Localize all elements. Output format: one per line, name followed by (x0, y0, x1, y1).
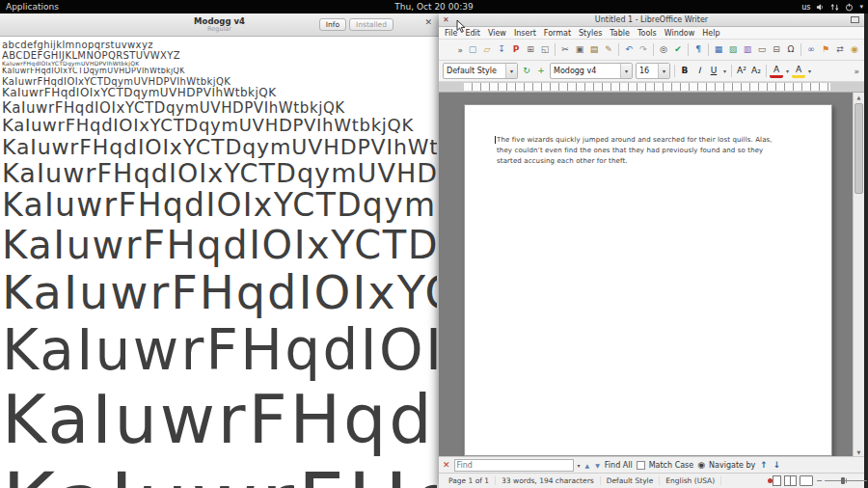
close-window-icon[interactable]: ✕ (439, 15, 453, 24)
font-color-dropdown-icon[interactable]: ▾ (784, 68, 791, 74)
vertical-scrollbar[interactable]: ▲ ▼ (853, 93, 864, 456)
underline-dropdown-icon[interactable]: ▾ (721, 68, 728, 74)
menu-window[interactable]: Window (661, 29, 699, 38)
save-icon[interactable]: ↧ (495, 43, 508, 57)
subscript-button[interactable]: A₂ (749, 65, 763, 78)
restore-window-icon[interactable] (851, 16, 859, 23)
multi-page-view-icon[interactable] (784, 475, 797, 486)
page-number-status[interactable]: Page 1 of 1 (443, 476, 496, 485)
highlight-color-button[interactable]: A (792, 65, 805, 78)
volume-icon[interactable] (816, 3, 825, 12)
menu-file[interactable]: File (441, 29, 461, 38)
applications-menu[interactable]: Applications (0, 2, 65, 12)
menu-format[interactable]: Format (540, 29, 575, 38)
dropdown-arrow-icon[interactable]: ▾ (658, 64, 669, 78)
redo-icon[interactable]: ↷ (637, 43, 650, 57)
open-document-icon[interactable]: ▱ (480, 43, 494, 57)
insert-bookmark-icon[interactable]: ⚑ (819, 43, 832, 57)
zoom-slider[interactable] (825, 476, 867, 485)
spelling-icon[interactable]: ✔ (671, 43, 685, 57)
cross-reference-icon[interactable]: ⇄ (833, 43, 847, 57)
chevron-down-icon[interactable]: ▾ (859, 3, 863, 11)
find-toolbar: ✕ ▾ ▲ ▼ Find All Match Case ◉ Navigate b… (439, 456, 864, 473)
bold-button[interactable]: B (678, 65, 692, 78)
match-case-checkbox[interactable] (637, 461, 645, 470)
formatting-marks-icon[interactable]: ¶ (692, 43, 705, 57)
toolbar-overflow-icon[interactable]: » (852, 67, 861, 76)
paragraph-style-combo[interactable]: Default Style ▾ (443, 63, 518, 79)
underline-button[interactable]: U (707, 65, 720, 78)
insert-chart-icon[interactable]: ▥ (741, 43, 754, 57)
page-style-status[interactable]: Default Style (601, 476, 661, 485)
font-color-button[interactable]: A (770, 65, 783, 78)
toolbar-separator (688, 43, 689, 56)
font-name-combo[interactable]: Modogg v4 ▾ (550, 63, 633, 79)
close-find-bar-icon[interactable]: ✕ (443, 460, 450, 470)
print-icon[interactable]: ⊞ (524, 43, 537, 57)
power-icon[interactable] (845, 3, 854, 12)
new-document-icon[interactable]: ▢ (466, 43, 479, 57)
update-style-icon[interactable]: ↻ (520, 65, 533, 78)
menu-help[interactable]: Help (698, 29, 723, 38)
dropdown-arrow-icon[interactable]: ▾ (620, 64, 632, 78)
keyboard-layout-indicator[interactable]: us (801, 3, 810, 12)
font-size-combo[interactable]: 16 ▾ (636, 63, 670, 79)
zoom-slider-thumb[interactable] (841, 477, 845, 484)
superscript-button[interactable]: A² (735, 65, 748, 78)
cut-icon[interactable]: ✂ (558, 43, 572, 57)
insert-image-icon[interactable]: ▨ (726, 43, 740, 57)
close-window-icon[interactable]: ✕ (424, 17, 432, 27)
menu-styles[interactable]: Styles (575, 29, 606, 38)
language-status[interactable]: English (USA) (660, 476, 721, 485)
highlight-dropdown-icon[interactable]: ▾ (806, 68, 813, 74)
installed-button[interactable]: Installed (349, 18, 393, 31)
clone-formatting-icon[interactable]: ✎ (602, 43, 615, 57)
print-preview-icon[interactable]: ◱ (538, 43, 552, 57)
insert-table-icon[interactable]: ▦ (712, 43, 725, 57)
insert-comment-icon[interactable]: ◉ (848, 43, 861, 57)
menu-edit[interactable]: Edit (461, 29, 484, 38)
scroll-down-icon[interactable]: ▼ (854, 447, 864, 456)
page-break-icon[interactable]: ⊟ (770, 43, 783, 57)
copy-icon[interactable]: ▣ (573, 43, 586, 57)
word-count-status[interactable]: 33 words, 194 characters (496, 476, 601, 485)
single-page-view-icon[interactable] (773, 475, 781, 486)
new-style-icon[interactable]: + (534, 65, 548, 78)
find-dropdown-icon[interactable]: ▾ (578, 462, 581, 469)
special-character-icon[interactable]: Ω (784, 43, 798, 57)
insert-hyperlink-icon[interactable]: ∞ (804, 43, 818, 57)
find-input[interactable] (454, 459, 574, 472)
text-cursor (495, 136, 496, 144)
document-page[interactable]: The five wizards quickly jumped around a… (464, 104, 832, 456)
navigate-down-icon[interactable]: ↓ (773, 460, 782, 470)
find-all-button[interactable]: Find All (605, 461, 633, 470)
menu-insert[interactable]: Insert (510, 29, 540, 38)
find-previous-icon[interactable]: ▲ (584, 462, 591, 469)
toolbar-overflow-icon[interactable]: » (455, 45, 465, 55)
menu-tools[interactable]: Tools (634, 29, 661, 38)
scroll-up-icon[interactable]: ▲ (854, 93, 864, 101)
find-next-icon[interactable]: ▼ (594, 462, 601, 469)
document-text[interactable]: The five wizards quickly jumped around a… (497, 135, 828, 168)
info-button[interactable]: Info (319, 18, 346, 31)
export-pdf-icon[interactable]: P (509, 43, 523, 57)
menu-view[interactable]: View (484, 29, 510, 38)
dropdown-arrow-icon[interactable]: ▾ (505, 64, 517, 78)
italic-button[interactable]: I (692, 65, 706, 78)
scrollbar-thumb[interactable] (854, 103, 863, 194)
writer-titlebar[interactable]: ✕ Untitled 1 - LibreOffice Writer (439, 14, 864, 27)
paste-icon[interactable]: ▤ (587, 43, 601, 57)
menu-table[interactable]: Table (606, 29, 634, 38)
zoom-out-icon[interactable]: − (816, 476, 823, 485)
navigate-up-icon[interactable]: ↑ (759, 460, 769, 470)
clock[interactable]: Thu, Oct 20 00:39 (0, 2, 868, 12)
network-icon[interactable] (830, 3, 839, 12)
insert-textbox-icon[interactable]: ▭ (755, 43, 769, 57)
ruler-active-area[interactable] (464, 83, 830, 91)
horizontal-ruler[interactable] (439, 82, 864, 93)
undo-icon[interactable]: ↶ (622, 43, 636, 57)
book-view-icon[interactable] (800, 475, 813, 486)
font-preview: abcdefghijklmnopqrstuvwxyz ABCDEFGHIJKLM… (0, 37, 439, 488)
find-replace-icon[interactable]: ◎ (657, 43, 670, 57)
find-and-replace-icon[interactable]: ◉ (697, 460, 705, 470)
